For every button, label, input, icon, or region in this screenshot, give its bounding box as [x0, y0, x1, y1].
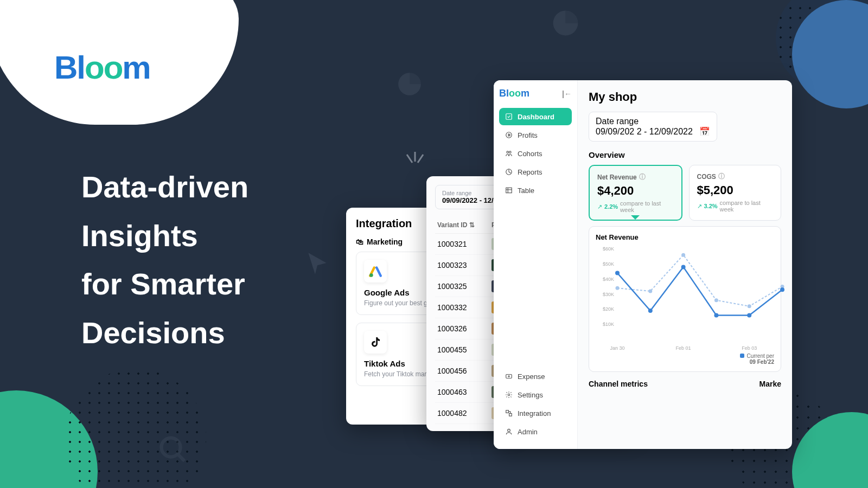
net-revenue-chart: Net Revenue $10K$20K$30K$40K$50K$60KJan …: [589, 226, 781, 372]
profits-icon: [505, 131, 513, 139]
sort-icon: ⇅: [469, 221, 475, 229]
reports-icon: [505, 168, 513, 176]
col-variant-id[interactable]: Variant ID ⇅: [437, 221, 492, 229]
google-ads-icon: [364, 260, 387, 282]
info-icon: ⓘ: [718, 172, 725, 181]
svg-text:Feb 03: Feb 03: [742, 345, 757, 351]
svg-text:$30K: $30K: [603, 292, 614, 297]
gear-icon: [505, 390, 513, 399]
arrow-up-icon: ↗: [697, 203, 702, 210]
svg-point-15: [508, 376, 509, 377]
svg-point-32: [714, 298, 718, 302]
dashboard-panel: Bloom |← Dashboard Profits Cohorts Repor…: [494, 80, 792, 449]
svg-rect-14: [506, 375, 512, 378]
nav-table[interactable]: Table: [499, 182, 572, 199]
svg-point-19: [508, 429, 510, 432]
info-icon: ⓘ: [639, 172, 646, 182]
svg-text:$10K: $10K: [603, 322, 614, 327]
date-range-picker[interactable]: Date range 09/09/202 2 - 12/09/2022 📅: [589, 112, 717, 142]
svg-point-29: [616, 286, 620, 290]
decorative-dots: [65, 369, 206, 488]
svg-line-1: [178, 454, 185, 461]
nav-integration[interactable]: Integration: [499, 404, 572, 422]
marketing-heading: Marke: [760, 380, 781, 388]
svg-point-37: [681, 265, 686, 269]
svg-point-16: [508, 394, 510, 396]
shop-title: My shop: [589, 90, 781, 104]
overview-heading: Overview: [589, 150, 781, 159]
sidebar-logo: Bloom |←: [499, 88, 572, 99]
nav-dashboard[interactable]: Dashboard: [499, 108, 572, 125]
spark-lines-icon: [401, 152, 429, 174]
marketing-icon: 🛍: [356, 237, 363, 246]
nav-cohorts[interactable]: Cohorts: [499, 145, 572, 162]
svg-text:$20K: $20K: [603, 306, 614, 312]
dashboard-main: My shop Date range 09/09/202 2 - 12/09/2…: [578, 80, 792, 449]
nav-settings[interactable]: Settings: [499, 386, 572, 403]
svg-point-36: [648, 309, 653, 313]
svg-rect-17: [506, 410, 509, 413]
table-icon: [505, 186, 513, 195]
svg-text:Feb 01: Feb 01: [676, 345, 691, 351]
svg-text:$50K: $50K: [603, 261, 614, 267]
svg-point-40: [780, 287, 784, 292]
svg-rect-6: [506, 114, 512, 120]
svg-rect-18: [509, 414, 512, 416]
nav-profits[interactable]: Profits: [499, 126, 572, 144]
tiktok-icon: [364, 331, 387, 354]
svg-point-9: [509, 151, 512, 153]
svg-point-30: [648, 289, 652, 293]
svg-point-5: [369, 273, 373, 277]
svg-line-2: [407, 155, 412, 163]
svg-text:$60K: $60K: [603, 246, 614, 252]
kpi-cogs[interactable]: COGS ⓘ $5,200 ↗3.2% compare to last week: [689, 165, 782, 221]
kpi-net-revenue[interactable]: Net Revenue ⓘ $4,200 ↗2.2% compare to la…: [589, 165, 682, 221]
calendar-icon: 📅: [699, 127, 710, 136]
svg-point-0: [162, 438, 181, 457]
hero-tagline: Data-driven Insights for Smarter Decisio…: [81, 163, 248, 357]
svg-point-33: [748, 304, 751, 308]
nav-admin[interactable]: Admin: [499, 423, 572, 440]
decorative-dots-circle: [776, 0, 868, 92]
nav-reports[interactable]: Reports: [499, 163, 572, 181]
nav-expense[interactable]: Expense: [499, 368, 572, 385]
collapse-sidebar-icon[interactable]: |←: [562, 89, 572, 98]
cohorts-icon: [505, 149, 513, 158]
search-icon: [157, 434, 190, 466]
admin-icon: [505, 427, 513, 436]
dashboard-icon: [505, 112, 513, 121]
expense-icon: [505, 372, 513, 381]
svg-point-38: [714, 313, 718, 317]
pie-chart-icon: [396, 70, 423, 98]
svg-text:Jan 30: Jan 30: [610, 345, 624, 351]
cursor-icon: [304, 249, 331, 277]
svg-rect-11: [506, 188, 512, 192]
channel-metrics-heading: Channel metrics: [589, 380, 648, 388]
svg-point-31: [681, 253, 685, 257]
brand-logo: Bloom: [54, 49, 150, 86]
svg-point-39: [747, 313, 751, 317]
integration-icon: [505, 409, 513, 418]
svg-line-4: [418, 155, 423, 163]
svg-point-8: [507, 151, 509, 153]
svg-point-35: [615, 271, 620, 275]
svg-text:$40K: $40K: [603, 277, 614, 282]
pie-chart-icon: [551, 8, 580, 38]
line-chart: $10K$20K$30K$40K$50K$60KJan 30Feb 01Feb …: [596, 245, 786, 353]
sidebar: Bloom |← Dashboard Profits Cohorts Repor…: [494, 80, 578, 449]
chart-legend: Current per 09 Feb'22: [596, 353, 774, 365]
arrow-up-icon: ↗: [597, 203, 602, 210]
